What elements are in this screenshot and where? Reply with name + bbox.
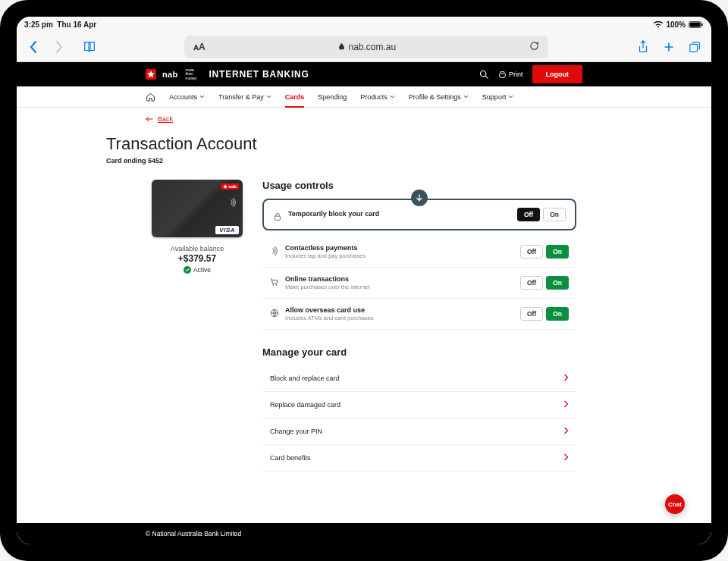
toggle-off[interactable]: Off	[520, 245, 543, 259]
wifi-icon	[654, 21, 663, 28]
svg-point-6	[276, 284, 278, 286]
internet-banking-label: INTERNET BANKING	[209, 69, 309, 80]
nav-home[interactable]	[146, 86, 155, 107]
print-button[interactable]: Print	[498, 71, 523, 79]
chevron-right-icon	[563, 453, 569, 462]
device-status-bar: 3:25 pm Thu 16 Apr 100%	[17, 17, 711, 32]
manage-change-pin[interactable]: Change your PIN	[262, 418, 576, 445]
site-footer: © National Australia Bank Limited	[17, 523, 711, 544]
toggle-on[interactable]: On	[546, 307, 569, 321]
share-button[interactable]	[632, 36, 654, 58]
manage-card-benefits[interactable]: Card benefits	[262, 445, 576, 472]
toggle-label: Temporarily block your card	[288, 210, 379, 218]
logout-button[interactable]: Logout	[532, 65, 583, 83]
primary-nav: Accounts Transfer & Pay Cards Spending P…	[17, 86, 711, 108]
reader-aa-icon[interactable]: ᴀA	[193, 42, 206, 52]
nav-support[interactable]: Support	[482, 86, 514, 107]
bookmarks-button[interactable]	[79, 36, 100, 58]
svg-rect-1	[690, 22, 701, 27]
card-status: Active	[184, 266, 211, 274]
manage-block-replace[interactable]: Block and replace card	[262, 365, 576, 392]
card-ending-label: Card ending 5452	[106, 157, 576, 165]
check-icon	[184, 266, 191, 274]
svg-rect-3	[690, 44, 698, 52]
available-balance-amount: +$379.57	[178, 253, 216, 264]
tabs-button[interactable]	[684, 36, 705, 58]
toggle-off[interactable]: Off	[520, 307, 543, 321]
manage-card-title: Manage your card	[262, 346, 576, 358]
toggle-online-transactions: Online transactions Make purchases over …	[262, 268, 576, 299]
status-time-date: 3:25 pm Thu 16 Apr	[24, 20, 96, 29]
toggle-on[interactable]: On	[546, 276, 569, 290]
url-text: nab.com.au	[348, 42, 396, 52]
battery-icon	[689, 21, 704, 28]
toggle-sublabel: Make purchases over the internet	[285, 284, 369, 290]
chevron-right-icon	[563, 427, 569, 436]
available-balance-label: Available balance	[171, 245, 224, 252]
toggle-temporarily-block: Temporarily block your card Off On	[262, 199, 576, 230]
nav-accounts[interactable]: Accounts	[169, 86, 205, 107]
nab-logo-icon	[146, 69, 156, 80]
globe-icon	[270, 307, 279, 316]
toggle-on[interactable]: On	[543, 208, 566, 221]
page-title: Transaction Account	[106, 134, 576, 154]
chat-button[interactable]: Chat	[665, 494, 685, 514]
svg-rect-2	[701, 23, 702, 26]
contactless-icon	[229, 196, 237, 210]
nav-spending[interactable]: Spending	[318, 86, 347, 107]
toggle-off[interactable]: Off	[520, 276, 543, 290]
new-tab-button[interactable]	[658, 36, 679, 58]
reload-button[interactable]	[529, 40, 539, 54]
card-image: nab VISA	[152, 180, 243, 237]
forward-button[interactable]	[49, 36, 70, 58]
svg-point-4	[480, 71, 485, 76]
battery-percent: 100%	[666, 20, 686, 29]
toggle-sublabel: Includes tap and pay purchases	[285, 252, 366, 259]
toggle-label: Online transactions	[285, 275, 369, 283]
svg-point-5	[272, 284, 274, 286]
highlight-arrow-icon	[411, 190, 428, 206]
toggle-label: Contactless payments	[285, 244, 366, 252]
toggle-sublabel: Includes ATMs and card purchases	[285, 315, 374, 321]
nav-cards[interactable]: Cards	[285, 86, 305, 107]
toggle-off[interactable]: Off	[517, 208, 540, 221]
site-header: nab morethanmoney INTERNET BANKING Print…	[17, 62, 711, 86]
nav-transfer-pay[interactable]: Transfer & Pay	[218, 86, 271, 107]
card-nab-badge: nab	[221, 183, 239, 190]
search-icon[interactable]	[479, 69, 489, 80]
browser-toolbar: ᴀA nab.com.au	[17, 32, 711, 62]
address-bar[interactable]: ᴀA nab.com.au	[184, 36, 548, 58]
toggle-on[interactable]: On	[546, 245, 569, 259]
chevron-right-icon	[563, 374, 569, 383]
nav-products[interactable]: Products	[360, 86, 395, 107]
lock-icon	[338, 42, 345, 52]
back-link[interactable]: Back	[146, 115, 173, 123]
brand-tagline: morethanmoney	[185, 68, 196, 81]
lock-icon	[273, 211, 282, 220]
brand-text: nab	[162, 70, 177, 79]
contactless-icon	[270, 245, 279, 254]
toggle-label: Allow overseas card use	[285, 306, 374, 314]
back-button[interactable]	[23, 36, 44, 58]
cart-icon	[270, 276, 279, 285]
toggle-overseas: Allow overseas card use Includes ATMs an…	[262, 299, 576, 330]
card-network-badge: VISA	[215, 226, 239, 234]
nav-profile-settings[interactable]: Profile & Settings	[409, 86, 469, 107]
manage-replace-damaged[interactable]: Replace damaged card	[262, 392, 576, 418]
toggle-contactless: Contactless payments Includes tap and pa…	[262, 237, 576, 268]
chevron-right-icon	[563, 400, 569, 409]
